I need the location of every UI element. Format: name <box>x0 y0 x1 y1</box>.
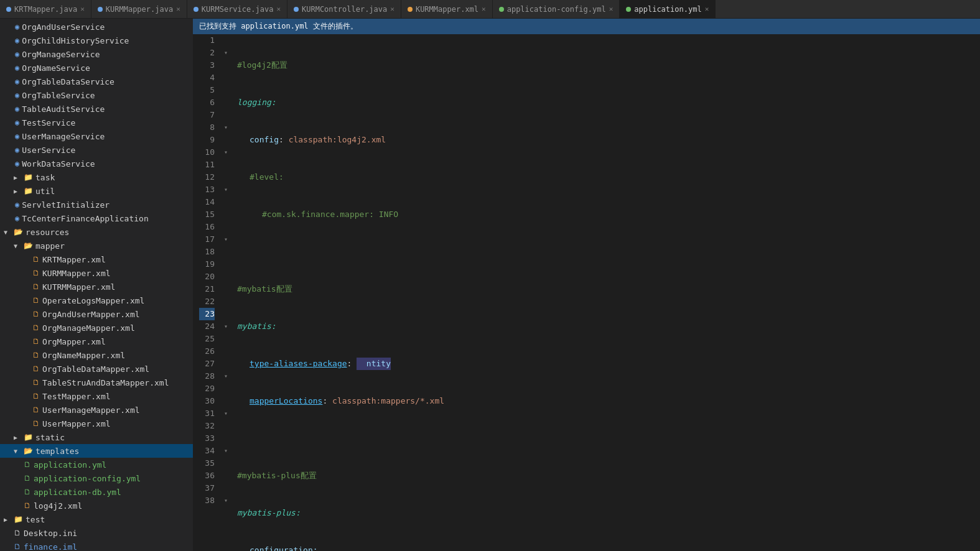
tab-kurmcontroller[interactable]: KURMController.java ✕ <box>287 0 401 19</box>
code-line-3: config: classpath:log4j2.xml <box>237 134 965 146</box>
tab-kurmmapper[interactable]: KURMMapper.java ✕ <box>91 0 187 19</box>
sidebar-item-tcapp[interactable]: ◉ TcCenterFinanceApplication <box>0 211 193 225</box>
fold-marker <box>221 159 231 171</box>
editor-scrollbar[interactable] <box>971 34 980 551</box>
fold-marker <box>221 96 231 109</box>
sidebar-item-app-yml[interactable]: 🗋 application.yml <box>0 458 193 471</box>
sidebar-item-orgtable[interactable]: ◉ OrgTableService <box>0 88 193 102</box>
sidebar-item-label: OrgTableService <box>22 91 95 100</box>
iml-file-icon: 🗋 <box>14 542 21 551</box>
sidebar-item-log4j2-xml[interactable]: 🗋 log4j2.xml <box>0 499 193 512</box>
sidebar-item-kurmmapper-xml[interactable]: 🗋 KURMMapper.xml <box>0 266 193 280</box>
line-num: 22 <box>199 295 215 308</box>
sidebar-item-label: KURMMapper.xml <box>42 269 111 278</box>
fold-marker[interactable]: ▾ <box>221 320 231 333</box>
sidebar-item-app-db-yml[interactable]: 🗋 application-db.yml <box>0 485 193 499</box>
close-icon[interactable]: ✕ <box>80 5 85 13</box>
sidebar-item-test-folder[interactable]: ▶ 📁 test <box>0 512 193 526</box>
close-icon[interactable]: ✕ <box>176 5 180 13</box>
close-icon[interactable]: ✕ <box>482 5 486 13</box>
code-line-11 <box>237 432 965 445</box>
line-num: 32 <box>199 420 215 432</box>
line-num: 1 <box>199 34 215 47</box>
sidebar-item-test[interactable]: ◉ TestService <box>0 116 193 129</box>
folder-icon: 📁 <box>24 173 33 182</box>
sidebar-item-usermapper-xml[interactable]: 🗋 UserMapper.xml <box>0 417 193 430</box>
yaml-colon: : <box>347 358 357 370</box>
tab-krtmapper[interactable]: KRTMapper.java ✕ <box>0 0 91 19</box>
fold-marker[interactable]: ▾ <box>221 445 231 457</box>
sidebar-item-label: OrgTableDataService <box>22 77 114 86</box>
fold-marker <box>221 221 231 233</box>
tab-kurmmapper-xml[interactable]: KURMMapper.xml ✕ <box>401 0 493 19</box>
sidebar-item-orgname[interactable]: ◉ OrgNameService <box>0 61 193 75</box>
sidebar-item-desktopini[interactable]: 🗋 Desktop.ini <box>0 526 193 540</box>
yaml-key-link[interactable]: mapperLocations <box>250 395 322 407</box>
sidebar-item-orgname-xml[interactable]: 🗋 OrgNameMapper.xml <box>0 348 193 362</box>
tab-app-yml[interactable]: application.yml ✕ <box>620 0 716 19</box>
yaml-key: config <box>250 134 279 146</box>
sidebar-item-workdata[interactable]: ◉ WorkDataService <box>0 157 193 170</box>
info-bar[interactable]: 已找到支持 application.yml 文件的插件。 <box>193 19 980 34</box>
sidebar-item-task[interactable]: ▶ 📁 task <box>0 170 193 184</box>
sidebar-item-mapper[interactable]: ▼ 📂 mapper <box>0 239 193 252</box>
close-icon[interactable]: ✕ <box>276 5 281 13</box>
sidebar-item-user[interactable]: ◉ UserService <box>0 143 193 157</box>
sidebar-item-app-config-yml[interactable]: 🗋 application-config.yml <box>0 471 193 485</box>
sidebar-item-testmapper-xml[interactable]: 🗋 TestMapper.xml <box>0 389 193 403</box>
close-icon[interactable]: ✕ <box>390 5 394 13</box>
code-line-2: logging: <box>237 96 965 109</box>
sidebar-item-usermanage[interactable]: ◉ UserManageService <box>0 129 193 143</box>
fold-marker[interactable]: ▾ <box>221 494 231 507</box>
sidebar-item-kutrmmapper-xml[interactable]: 🗋 KUTRMMapper.xml <box>0 280 193 294</box>
sidebar-item-finance-iml[interactable]: 🗋 finance.iml <box>0 540 193 551</box>
fold-marker[interactable]: ▾ <box>221 370 231 382</box>
tab-label: KURMMapper.java <box>106 5 173 14</box>
sidebar-item-label: TableAuditService <box>22 104 105 114</box>
fold-marker[interactable]: ▾ <box>221 146 231 159</box>
close-icon[interactable]: ✕ <box>609 5 614 13</box>
close-icon[interactable]: ✕ <box>705 5 709 13</box>
file-icon: 🗋 <box>14 529 21 537</box>
sidebar-item-operatelogs-xml[interactable]: 🗋 OperateLogsMapper.xml <box>0 294 193 307</box>
tab-kurmservice[interactable]: KURMService.java ✕ <box>187 0 287 19</box>
yaml-key-link[interactable]: type-aliases-package <box>250 358 347 370</box>
fold-marker[interactable]: ▾ <box>221 121 231 134</box>
sidebar-item-orgmanage-xml[interactable]: 🗋 OrgManageMapper.xml <box>0 321 193 335</box>
sidebar-item-resources[interactable]: ▼ 📂 resources <box>0 225 193 239</box>
sidebar-item-orgchildhistory[interactable]: ◉ OrgChildHistoryService <box>0 34 193 47</box>
service-icon: ◉ <box>15 200 19 209</box>
sidebar-item-util[interactable]: ▶ 📁 util <box>0 184 193 198</box>
fold-marker[interactable]: ▾ <box>221 407 231 420</box>
xml-file-icon: 🗋 <box>32 296 40 305</box>
code-content[interactable]: #log4j2配置 logging: config: classpath:log… <box>231 34 971 551</box>
sidebar-item-label: task <box>35 173 55 182</box>
sidebar-item-organduser[interactable]: ◉ OrgAndUserService <box>0 20 193 34</box>
chevron-right-icon: ▶ <box>14 174 24 181</box>
sidebar-item-servletinitializer[interactable]: ◉ ServletInitializer <box>0 198 193 211</box>
fold-marker <box>221 482 231 494</box>
sidebar-item-orgtabledata-xml[interactable]: 🗋 OrgTableDataMapper.xml <box>0 362 193 376</box>
sidebar-item-tablestrudata-xml[interactable]: 🗋 TableStruAndDataMapper.xml <box>0 376 193 389</box>
sidebar-item-static[interactable]: ▶ 📁 static <box>0 430 193 444</box>
fold-marker[interactable]: ▾ <box>221 183 231 196</box>
fold-marker <box>221 59 231 72</box>
service-icon: ◉ <box>15 132 19 141</box>
line-num: 24 <box>199 320 215 333</box>
service-icon: ◉ <box>15 104 19 113</box>
line-num: 21 <box>199 283 215 295</box>
sidebar-item-organduser-xml[interactable]: 🗋 OrgAndUserMapper.xml <box>0 307 193 321</box>
sidebar-item-orgmanage[interactable]: ◉ OrgManageService <box>0 47 193 61</box>
sidebar-item-orgmapper-xml[interactable]: 🗋 OrgMapper.xml <box>0 335 193 348</box>
sidebar-item-tableaudit[interactable]: ◉ TableAuditService <box>0 102 193 116</box>
tab-app-config[interactable]: application-config.yml ✕ <box>493 0 620 19</box>
sidebar-item-orgtabledata[interactable]: ◉ OrgTableDataService <box>0 75 193 88</box>
sidebar-item-krtmapper-xml[interactable]: 🗋 KRTMapper.xml <box>0 252 193 266</box>
fold-marker[interactable]: ▾ <box>221 233 231 246</box>
code-editor[interactable]: 1 2 3 4 5 6 7 8 9 10 11 12 13 14 15 16 1… <box>193 34 980 551</box>
sidebar-item-usermanage-xml[interactable]: 🗋 UserManageMapper.xml <box>0 403 193 417</box>
fold-marker[interactable]: ▾ <box>221 47 231 59</box>
sidebar-item-label: application-config.yml <box>34 474 141 483</box>
tab-label: KRTMapper.java <box>14 5 77 14</box>
sidebar-item-templates[interactable]: ▼ 📂 templates <box>0 444 193 458</box>
